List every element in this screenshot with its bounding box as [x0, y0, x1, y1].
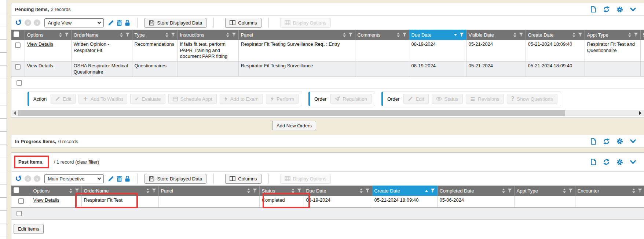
store-displayed-data-button[interactable]: Store Displayed Data [144, 174, 206, 184]
sort-icon[interactable] [120, 33, 123, 37]
col-header-ordername[interactable]: OrderName [71, 30, 132, 40]
delete-view-trash-icon[interactable] [117, 20, 122, 26]
filter-funnel-icon[interactable] [634, 33, 638, 37]
columns-button[interactable]: Columns [225, 18, 261, 28]
refresh-icon[interactable] [603, 158, 610, 165]
filter-funnel-icon[interactable] [638, 188, 642, 193]
view-details-link[interactable]: View Details [33, 197, 59, 203]
next-view-button[interactable]: › [34, 19, 40, 26]
filter-funnel-icon[interactable] [171, 33, 175, 37]
col-header-appt-type[interactable]: Appt Type [585, 30, 640, 40]
col-header-ordername[interactable]: OrderName [81, 186, 158, 196]
filter-funnel-icon[interactable] [125, 33, 130, 37]
columns-button[interactable]: Columns [225, 174, 261, 184]
sort-icon[interactable] [628, 33, 631, 37]
scrollbar-thumb[interactable] [18, 110, 565, 116]
add-new-orders-button[interactable]: Add New Orders [272, 121, 316, 130]
sort-icon[interactable] [632, 188, 635, 193]
gear-icon[interactable] [616, 158, 623, 166]
filter-funnel-icon[interactable] [232, 33, 236, 37]
col-header-options[interactable]: Options [31, 186, 81, 196]
sort-icon[interactable] [146, 188, 149, 193]
col-header-completed-date[interactable]: Completed Date [437, 186, 514, 196]
view-select[interactable]: Angie View [44, 18, 104, 27]
refresh-icon[interactable] [603, 6, 610, 13]
select-all-checkbox[interactable] [17, 211, 22, 216]
gear-icon[interactable] [616, 6, 623, 13]
lock-view-icon[interactable] [125, 20, 130, 26]
sort-icon[interactable] [343, 33, 346, 37]
new-document-icon[interactable] [590, 138, 597, 145]
filter-funnel-icon[interactable] [431, 188, 435, 193]
sort-icon[interactable] [69, 188, 72, 193]
col-header-due-date[interactable]: Due Date [304, 186, 372, 196]
filter-funnel-icon[interactable] [402, 33, 407, 37]
select-all-checkbox[interactable] [17, 80, 22, 86]
col-header-create-date-sorted[interactable]: Create Date [372, 186, 437, 196]
edit-items-button[interactable]: Edit Items [14, 224, 44, 234]
col-header-encounter[interactable]: Encounter [575, 186, 644, 196]
sort-icon[interactable] [572, 33, 575, 37]
chevron-down-icon[interactable] [630, 159, 636, 165]
new-document-icon[interactable] [590, 6, 597, 13]
sort-icon[interactable] [563, 188, 566, 193]
undo-icon[interactable]: ↺ [15, 19, 22, 26]
col-header-panel[interactable]: Panel [238, 30, 355, 40]
sort-icon[interactable] [226, 33, 229, 37]
filter-funnel-icon[interactable] [508, 188, 512, 193]
row-checkbox[interactable] [18, 198, 24, 204]
select-all-header-cell[interactable] [11, 30, 25, 40]
col-header-visible-date[interactable]: Visible Date [466, 30, 526, 40]
undo-icon[interactable]: ↺ [15, 175, 22, 182]
filter-funnel-icon[interactable] [460, 33, 464, 37]
filter-funnel-icon[interactable] [348, 33, 353, 37]
col-header-comments[interactable]: Comments [355, 30, 409, 40]
sort-icon[interactable] [513, 33, 516, 37]
select-all-header-cell[interactable] [11, 186, 31, 196]
gear-icon[interactable] [616, 138, 623, 145]
clear-filter-link[interactable]: clear filter [77, 159, 98, 165]
sort-icon[interactable] [360, 188, 363, 193]
new-document-icon[interactable] [590, 158, 597, 165]
col-header-create-date[interactable]: Create Date [526, 30, 585, 40]
chevron-down-icon[interactable] [630, 138, 636, 144]
view-details-link[interactable]: View Details [27, 41, 53, 47]
view-details-link[interactable]: View Details [27, 63, 53, 68]
refresh-icon[interactable] [603, 138, 610, 145]
col-header-options[interactable]: Options [25, 30, 71, 40]
chevron-down-icon[interactable] [630, 7, 636, 12]
sort-icon[interactable] [292, 188, 294, 193]
filter-funnel-icon[interactable] [75, 188, 79, 193]
filter-funnel-icon[interactable] [152, 188, 156, 193]
edit-view-pencil-icon[interactable] [108, 176, 114, 182]
filter-funnel-icon[interactable] [253, 188, 257, 193]
sort-icon[interactable] [502, 188, 505, 193]
filter-funnel-icon[interactable] [365, 188, 370, 193]
select-all-checkbox[interactable] [14, 31, 19, 37]
col-header-cut[interactable]: S [640, 30, 644, 40]
sort-icon[interactable] [59, 33, 62, 37]
filter-funnel-icon[interactable] [578, 33, 582, 37]
col-header-appt-type[interactable]: Appt Type [514, 186, 575, 196]
col-header-due-date-sorted[interactable]: Due Date [409, 30, 466, 40]
lock-view-icon[interactable] [125, 176, 130, 182]
view-select[interactable]: Main Perspective [44, 174, 104, 183]
col-header-instructions[interactable]: Instructions [178, 30, 238, 40]
edit-view-pencil-icon[interactable] [108, 20, 114, 26]
row-checkbox[interactable] [15, 42, 21, 48]
sort-desc-icon[interactable] [454, 34, 457, 36]
delete-view-trash-icon[interactable] [117, 176, 122, 182]
prev-view-button[interactable]: ‹ [25, 175, 31, 182]
filter-funnel-icon[interactable] [65, 33, 69, 37]
col-header-panel[interactable]: Panel [158, 186, 259, 196]
sort-icon[interactable] [397, 33, 400, 37]
scroll-right-arrow[interactable] [639, 111, 641, 115]
sort-icon[interactable] [165, 33, 168, 37]
store-displayed-data-button[interactable]: Store Displayed Data [144, 18, 206, 28]
next-view-button[interactable]: › [34, 175, 40, 182]
col-header-status[interactable]: Status [259, 186, 304, 196]
filter-funnel-icon[interactable] [297, 188, 301, 193]
sort-icon[interactable] [247, 188, 250, 193]
filter-funnel-icon[interactable] [519, 33, 523, 37]
row-checkbox[interactable] [15, 64, 21, 70]
